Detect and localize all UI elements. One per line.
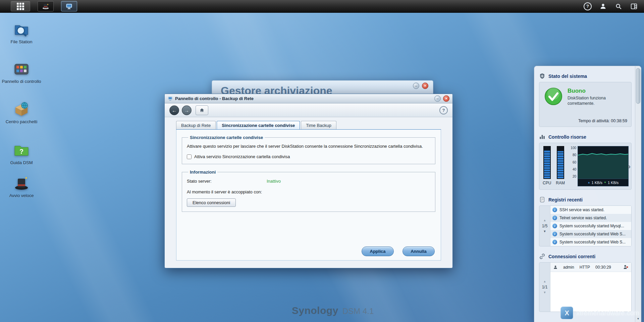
server-status-value: Inattivo — [267, 179, 281, 184]
log-row: i System successfully started Web S... — [550, 230, 631, 238]
control-panel-window: Pannello di controllo - Backup di Rete –… — [164, 94, 453, 268]
desktop: ? File Station — [0, 0, 644, 322]
minimize-button[interactable]: – — [413, 83, 419, 89]
desktop-icon-package-center[interactable]: Centro pacchetti — [1, 101, 42, 125]
dsm-help-icon: ? — [13, 142, 30, 158]
monitor-icon — [65, 3, 73, 10]
apply-button[interactable]: Applica — [362, 246, 394, 256]
close-button[interactable]: × — [443, 95, 449, 102]
widget-panel-icon — [630, 3, 638, 10]
system-status-widget: Buono DiskStation funziona correttamente… — [539, 82, 632, 127]
info-legend: Informazioni — [188, 170, 217, 175]
ram-label: RAM — [556, 181, 565, 185]
shield-icon — [539, 73, 545, 79]
site-name: xtremehardware.com — [576, 309, 639, 317]
network-graph — [578, 146, 629, 179]
window-titlebar[interactable]: Pannello di controllo - Backup di Rete –… — [165, 94, 452, 103]
package-center-icon — [13, 101, 30, 118]
site-watermark: X xtremehardware.com — [560, 307, 639, 319]
action-buttons: Applica Annulla — [362, 246, 435, 256]
system-help-button[interactable]: ? — [584, 2, 592, 10]
pager-down-icon[interactable]: ▼ — [543, 230, 546, 233]
paired-label: Al momento il server è accoppiato con: — [187, 189, 271, 195]
desktop-icon-control-panel[interactable]: Pannello di controllo — [1, 61, 42, 84]
logs-icon — [539, 196, 545, 203]
sidebar-scrollbar[interactable]: ▼ — [635, 66, 641, 322]
connection-user: admin — [563, 265, 574, 270]
resource-monitor-widget: CPU RAM 100 80 60 40 20 — [539, 143, 632, 190]
forward-button[interactable]: → — [182, 105, 192, 115]
desktop-icon-dsm-help[interactable]: ? Guida DSM — [1, 142, 42, 166]
minimize-button[interactable]: – — [434, 95, 441, 102]
desktop-icon-file-station[interactable]: File Station — [1, 21, 42, 45]
tab-panel: Sincronizzazione cartelle condivise Atti… — [176, 130, 441, 261]
desktop-icon-label: File Station — [10, 40, 32, 45]
user-menu-button[interactable] — [599, 2, 607, 10]
desktop-icon-label: Centro pacchetti — [6, 120, 38, 125]
tab-time-backup[interactable]: Time Backup — [301, 121, 336, 129]
download-icon: ▼ — [604, 181, 606, 184]
main-menu-button[interactable] — [11, 1, 30, 11]
desktop-icon-quick-start[interactable]: Avvio veloce — [1, 175, 42, 198]
cpu-label: CPU — [543, 181, 551, 185]
search-button[interactable] — [614, 2, 623, 10]
enable-sync-label: Attiva servizio Sincronizzazione cartell… — [194, 154, 290, 159]
expand-chevron-icon[interactable]: › — [628, 163, 631, 170]
log-row: i Telnet service was started. — [550, 214, 631, 222]
back-button[interactable]: ← — [169, 105, 179, 115]
magic-hat-icon — [42, 3, 49, 10]
taskbar: ? — [0, 0, 644, 13]
dsm-watermark: Synology DSM 4.1 — [292, 305, 374, 316]
cpu-meter — [543, 146, 551, 179]
connection-duration: 00:30:29 — [595, 265, 611, 270]
pager-down-icon[interactable]: ▼ — [543, 291, 546, 294]
close-button[interactable]: × — [422, 83, 428, 89]
info-icon: i — [552, 216, 557, 220]
scrollbar-thumb[interactable] — [636, 68, 640, 104]
widget-panel-button[interactable] — [630, 2, 638, 10]
home-button[interactable] — [196, 105, 208, 115]
download-speed: 1 KB/s — [608, 181, 619, 185]
cancel-button[interactable]: Annulla — [402, 246, 435, 256]
info-icon: i — [552, 208, 557, 212]
network-speed: ▲ 1 KB/s ▼ 1 KB/s — [578, 179, 629, 186]
recent-logs-widget: ▲ 1/5 ▼ i SSH service was started. i Tel… — [539, 205, 632, 246]
user-icon — [599, 3, 607, 10]
info-icon: i — [552, 232, 557, 236]
connection-list-button[interactable]: Elenco connessioni — [187, 198, 236, 207]
info-icon: i — [552, 240, 557, 244]
window-toolbar: ← → ? — [165, 103, 452, 117]
pager-up-icon[interactable]: ▲ — [543, 280, 546, 283]
recent-logs-title: Registri recenti — [548, 197, 583, 202]
window-help-button[interactable]: ? — [439, 106, 448, 114]
current-connections-title: Connessioni correnti — [548, 254, 595, 259]
resource-monitor-title: Controllo risorse — [548, 134, 586, 140]
kick-connection-icon[interactable] — [623, 265, 629, 270]
help-icon: ? — [584, 2, 592, 10]
desktop-icon-label: Pannello di controllo — [2, 79, 41, 84]
pilot-view-panel: Stato del sistema Buono DiskStation funz… — [534, 66, 641, 322]
logs-page-indicator: 1/5 — [542, 224, 548, 228]
desktop-icon-label: Avvio veloce — [9, 193, 34, 198]
server-status-label: Stato server: — [187, 179, 267, 184]
tab-network-backup[interactable]: Backup di Rete — [176, 121, 216, 129]
tab-shared-folder-sync[interactable]: Sincronizzazione cartelle condivise — [217, 121, 300, 129]
upload-icon: ▲ — [588, 181, 590, 184]
taskbar-app-control-panel[interactable] — [61, 1, 77, 11]
current-connections-widget: ▲ 1/1 ▼ admin HTTP 00:30:29 — [539, 262, 632, 312]
desktop-icon-label: Guida DSM — [10, 160, 33, 166]
user-icon — [553, 265, 558, 270]
system-status-value: Buono — [568, 88, 625, 94]
log-row: i System successfully started Mysql... — [550, 222, 631, 230]
system-status-message: DiskStation funziona correttamente. — [568, 95, 625, 106]
taskbar-app-quick-start[interactable] — [38, 1, 54, 11]
control-panel-icon — [13, 61, 30, 77]
synology-logo-text: Synology — [292, 305, 338, 316]
connections-pager: ▲ 1/1 ▼ — [539, 263, 550, 312]
pager-up-icon[interactable]: ▲ — [543, 219, 546, 222]
tab-strip: Backup di Rete Sincronizzazione cartelle… — [176, 121, 441, 130]
log-row: i System successfully started Web S... — [550, 238, 631, 246]
enable-sync-checkbox[interactable] — [187, 154, 192, 159]
connection-row: admin HTTP 00:30:29 — [550, 263, 631, 272]
home-icon — [199, 107, 205, 113]
